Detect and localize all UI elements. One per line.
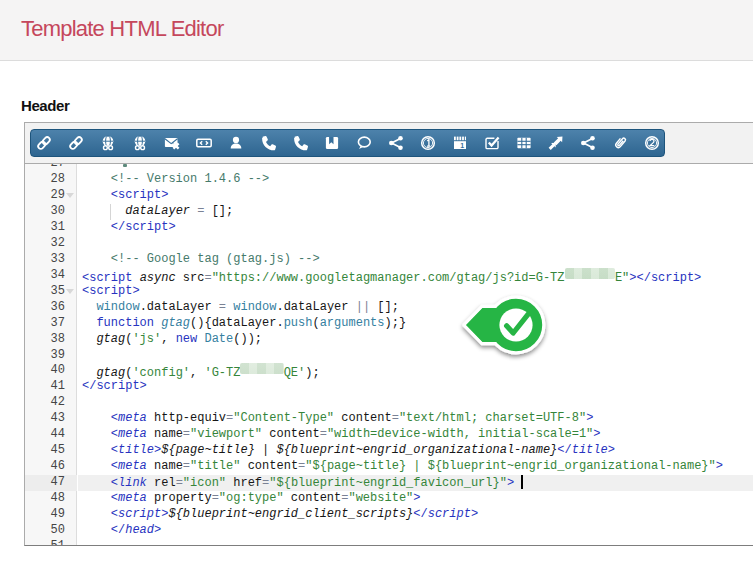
svg-text:1: 1 [461, 142, 465, 149]
